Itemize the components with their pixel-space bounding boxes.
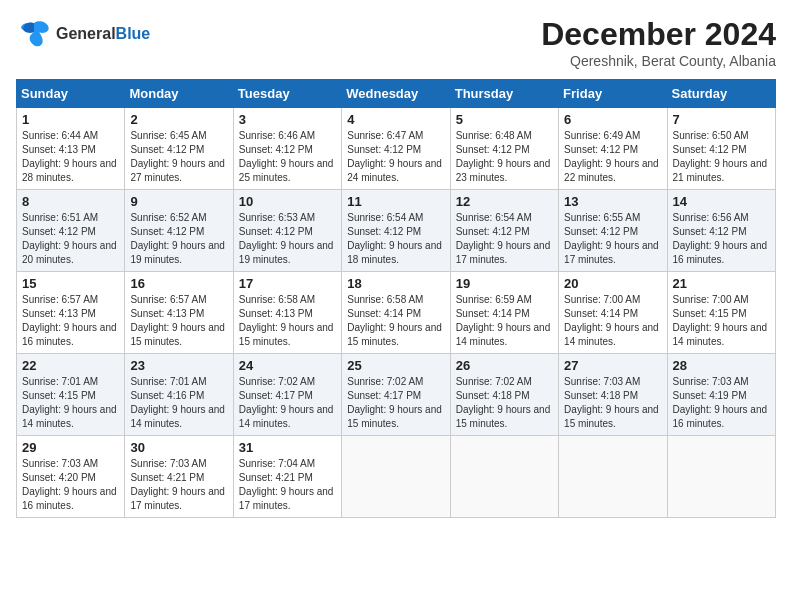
day-number: 11 [347,194,444,209]
day-info: Sunrise: 6:57 AMSunset: 4:13 PMDaylight:… [22,293,119,349]
day-info: Sunrise: 7:02 AMSunset: 4:17 PMDaylight:… [347,375,444,431]
weekday-header-friday: Friday [559,80,667,108]
day-info: Sunrise: 6:47 AMSunset: 4:12 PMDaylight:… [347,129,444,185]
day-number: 16 [130,276,227,291]
calendar-cell: 26 Sunrise: 7:02 AMSunset: 4:18 PMDaylig… [450,354,558,436]
calendar-week-row: 29 Sunrise: 7:03 AMSunset: 4:20 PMDaylig… [17,436,776,518]
weekday-header-row: SundayMondayTuesdayWednesdayThursdayFrid… [17,80,776,108]
day-number: 7 [673,112,770,127]
day-number: 4 [347,112,444,127]
calendar-table: SundayMondayTuesdayWednesdayThursdayFrid… [16,79,776,518]
day-number: 12 [456,194,553,209]
day-number: 19 [456,276,553,291]
logo-text: GeneralBlue [56,25,150,43]
calendar-cell: 25 Sunrise: 7:02 AMSunset: 4:17 PMDaylig… [342,354,450,436]
day-number: 5 [456,112,553,127]
day-number: 26 [456,358,553,373]
weekday-header-tuesday: Tuesday [233,80,341,108]
weekday-header-sunday: Sunday [17,80,125,108]
weekday-header-saturday: Saturday [667,80,775,108]
day-number: 14 [673,194,770,209]
calendar-cell: 3 Sunrise: 6:46 AMSunset: 4:12 PMDayligh… [233,108,341,190]
calendar-cell: 6 Sunrise: 6:49 AMSunset: 4:12 PMDayligh… [559,108,667,190]
day-info: Sunrise: 6:51 AMSunset: 4:12 PMDaylight:… [22,211,119,267]
calendar-cell: 5 Sunrise: 6:48 AMSunset: 4:12 PMDayligh… [450,108,558,190]
day-info: Sunrise: 6:58 AMSunset: 4:13 PMDaylight:… [239,293,336,349]
day-number: 13 [564,194,661,209]
day-number: 29 [22,440,119,455]
day-number: 9 [130,194,227,209]
day-info: Sunrise: 7:02 AMSunset: 4:18 PMDaylight:… [456,375,553,431]
calendar-cell: 21 Sunrise: 7:00 AMSunset: 4:15 PMDaylig… [667,272,775,354]
day-info: Sunrise: 6:58 AMSunset: 4:14 PMDaylight:… [347,293,444,349]
calendar-cell: 18 Sunrise: 6:58 AMSunset: 4:14 PMDaylig… [342,272,450,354]
calendar-week-row: 1 Sunrise: 6:44 AMSunset: 4:13 PMDayligh… [17,108,776,190]
weekday-header-thursday: Thursday [450,80,558,108]
day-info: Sunrise: 7:00 AMSunset: 4:14 PMDaylight:… [564,293,661,349]
day-info: Sunrise: 7:03 AMSunset: 4:18 PMDaylight:… [564,375,661,431]
calendar-week-row: 22 Sunrise: 7:01 AMSunset: 4:15 PMDaylig… [17,354,776,436]
calendar-cell: 8 Sunrise: 6:51 AMSunset: 4:12 PMDayligh… [17,190,125,272]
day-info: Sunrise: 6:48 AMSunset: 4:12 PMDaylight:… [456,129,553,185]
day-number: 2 [130,112,227,127]
calendar-cell: 19 Sunrise: 6:59 AMSunset: 4:14 PMDaylig… [450,272,558,354]
day-info: Sunrise: 6:45 AMSunset: 4:12 PMDaylight:… [130,129,227,185]
calendar-cell [450,436,558,518]
day-number: 28 [673,358,770,373]
day-number: 31 [239,440,336,455]
calendar-cell: 27 Sunrise: 7:03 AMSunset: 4:18 PMDaylig… [559,354,667,436]
day-number: 18 [347,276,444,291]
day-number: 20 [564,276,661,291]
day-info: Sunrise: 6:55 AMSunset: 4:12 PMDaylight:… [564,211,661,267]
day-number: 21 [673,276,770,291]
day-number: 17 [239,276,336,291]
day-info: Sunrise: 6:57 AMSunset: 4:13 PMDaylight:… [130,293,227,349]
day-number: 1 [22,112,119,127]
day-info: Sunrise: 6:54 AMSunset: 4:12 PMDaylight:… [347,211,444,267]
calendar-cell: 30 Sunrise: 7:03 AMSunset: 4:21 PMDaylig… [125,436,233,518]
calendar-week-row: 8 Sunrise: 6:51 AMSunset: 4:12 PMDayligh… [17,190,776,272]
calendar-cell: 23 Sunrise: 7:01 AMSunset: 4:16 PMDaylig… [125,354,233,436]
day-number: 15 [22,276,119,291]
calendar-cell: 15 Sunrise: 6:57 AMSunset: 4:13 PMDaylig… [17,272,125,354]
calendar-cell: 7 Sunrise: 6:50 AMSunset: 4:12 PMDayligh… [667,108,775,190]
calendar-cell: 29 Sunrise: 7:03 AMSunset: 4:20 PMDaylig… [17,436,125,518]
calendar-cell: 11 Sunrise: 6:54 AMSunset: 4:12 PMDaylig… [342,190,450,272]
day-number: 10 [239,194,336,209]
calendar-cell: 20 Sunrise: 7:00 AMSunset: 4:14 PMDaylig… [559,272,667,354]
calendar-cell: 10 Sunrise: 6:53 AMSunset: 4:12 PMDaylig… [233,190,341,272]
day-info: Sunrise: 7:00 AMSunset: 4:15 PMDaylight:… [673,293,770,349]
calendar-cell: 9 Sunrise: 6:52 AMSunset: 4:12 PMDayligh… [125,190,233,272]
month-title: December 2024 [541,16,776,53]
calendar-cell: 31 Sunrise: 7:04 AMSunset: 4:21 PMDaylig… [233,436,341,518]
logo-icon [16,16,52,52]
calendar-cell: 28 Sunrise: 7:03 AMSunset: 4:19 PMDaylig… [667,354,775,436]
day-number: 6 [564,112,661,127]
day-info: Sunrise: 7:03 AMSunset: 4:21 PMDaylight:… [130,457,227,513]
day-number: 8 [22,194,119,209]
calendar-week-row: 15 Sunrise: 6:57 AMSunset: 4:13 PMDaylig… [17,272,776,354]
day-number: 24 [239,358,336,373]
day-info: Sunrise: 7:04 AMSunset: 4:21 PMDaylight:… [239,457,336,513]
calendar-cell: 2 Sunrise: 6:45 AMSunset: 4:12 PMDayligh… [125,108,233,190]
day-info: Sunrise: 7:01 AMSunset: 4:15 PMDaylight:… [22,375,119,431]
calendar-cell: 24 Sunrise: 7:02 AMSunset: 4:17 PMDaylig… [233,354,341,436]
day-info: Sunrise: 6:56 AMSunset: 4:12 PMDaylight:… [673,211,770,267]
calendar-cell: 16 Sunrise: 6:57 AMSunset: 4:13 PMDaylig… [125,272,233,354]
calendar-cell: 4 Sunrise: 6:47 AMSunset: 4:12 PMDayligh… [342,108,450,190]
day-info: Sunrise: 6:53 AMSunset: 4:12 PMDaylight:… [239,211,336,267]
calendar-cell: 13 Sunrise: 6:55 AMSunset: 4:12 PMDaylig… [559,190,667,272]
day-info: Sunrise: 6:52 AMSunset: 4:12 PMDaylight:… [130,211,227,267]
day-info: Sunrise: 6:44 AMSunset: 4:13 PMDaylight:… [22,129,119,185]
calendar-cell: 12 Sunrise: 6:54 AMSunset: 4:12 PMDaylig… [450,190,558,272]
calendar-cell [559,436,667,518]
day-info: Sunrise: 7:03 AMSunset: 4:20 PMDaylight:… [22,457,119,513]
day-number: 27 [564,358,661,373]
day-info: Sunrise: 6:46 AMSunset: 4:12 PMDaylight:… [239,129,336,185]
day-number: 25 [347,358,444,373]
day-number: 3 [239,112,336,127]
day-info: Sunrise: 7:01 AMSunset: 4:16 PMDaylight:… [130,375,227,431]
day-number: 23 [130,358,227,373]
page-header: GeneralBlue December 2024 Qereshnik, Ber… [16,16,776,69]
calendar-cell [667,436,775,518]
